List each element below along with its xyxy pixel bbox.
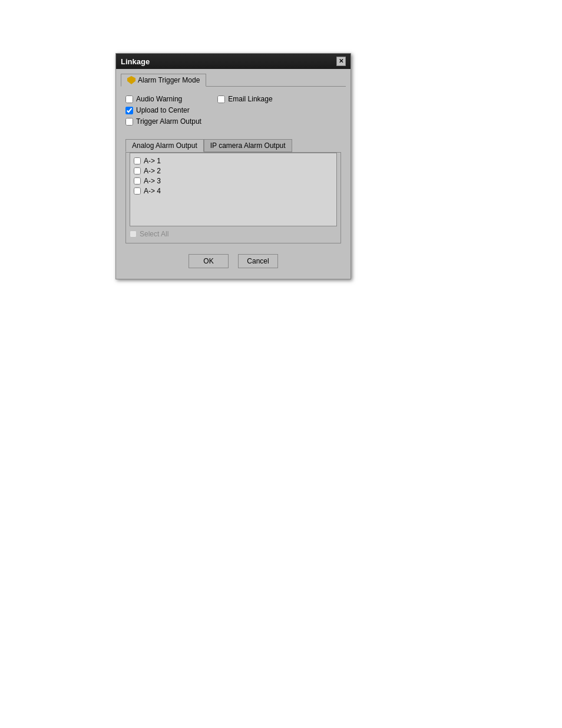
list-item-3-checkbox[interactable] bbox=[134, 177, 141, 185]
list-item-3-label: A-> 3 bbox=[144, 177, 161, 185]
list-item-2-checkbox[interactable] bbox=[134, 167, 141, 174]
trigger-alarm-label: Trigger Alarm Output bbox=[136, 117, 201, 126]
alarm-output-groupbox: A-> 1 A-> 2 A-> 3 A-> 4 bbox=[125, 152, 341, 243]
alarm-output-group: Analog Alarm Output IP camera Alarm Outp… bbox=[125, 139, 341, 243]
trigger-alarm-row: Trigger Alarm Output bbox=[125, 117, 341, 126]
select-all-label: Select All bbox=[140, 230, 168, 238]
tab-ip-camera-alarm-output[interactable]: IP camera Alarm Output bbox=[204, 139, 292, 152]
tab-analog-alarm-output-label: Analog Alarm Output bbox=[132, 141, 197, 150]
list-item-1-label: A-> 1 bbox=[144, 157, 161, 165]
tab-alarm-trigger-mode[interactable]: Alarm Trigger Mode bbox=[121, 74, 206, 87]
dialog-overlay: Linkage ✕ Alarm Trigger Mode Audio Warni… bbox=[115, 53, 351, 279]
list-item: A-> 4 bbox=[134, 187, 333, 195]
select-all-row: Select All bbox=[130, 230, 337, 238]
upload-to-center-label: Upload to Center bbox=[136, 106, 190, 114]
upload-to-center-checkbox[interactable] bbox=[125, 107, 133, 114]
email-linkage-row: Email Linkage bbox=[217, 95, 272, 103]
cancel-button[interactable]: Cancel bbox=[238, 254, 278, 268]
alarm-output-listbox[interactable]: A-> 1 A-> 2 A-> 3 A-> 4 bbox=[130, 153, 337, 226]
tab-analog-alarm-output[interactable]: Analog Alarm Output bbox=[125, 139, 204, 152]
sub-tabs: Analog Alarm Output IP camera Alarm Outp… bbox=[125, 139, 341, 152]
ok-button[interactable]: OK bbox=[189, 254, 229, 268]
list-item: A-> 2 bbox=[134, 167, 333, 175]
audio-warning-checkbox[interactable] bbox=[125, 95, 133, 103]
linkage-dialog: Linkage ✕ Alarm Trigger Mode Audio Warni… bbox=[115, 53, 351, 279]
dialog-titlebar: Linkage ✕ bbox=[116, 54, 351, 69]
upload-to-center-row: Upload to Center bbox=[125, 106, 341, 114]
list-item: A-> 1 bbox=[134, 157, 333, 165]
dialog-body: Alarm Trigger Mode Audio Warning Email L… bbox=[116, 69, 351, 279]
list-item: A-> 3 bbox=[134, 177, 333, 185]
trigger-alarm-checkbox[interactable] bbox=[125, 118, 133, 126]
close-button[interactable]: ✕ bbox=[336, 57, 346, 66]
tab-ip-camera-alarm-output-label: IP camera Alarm Output bbox=[210, 141, 286, 150]
shield-icon bbox=[127, 76, 135, 84]
dialog-footer: OK Cancel bbox=[121, 248, 346, 274]
top-checkboxes-row: Audio Warning Email Linkage bbox=[125, 95, 341, 106]
select-all-checkbox[interactable] bbox=[130, 230, 137, 238]
email-linkage-label: Email Linkage bbox=[228, 95, 272, 103]
list-item-4-checkbox[interactable] bbox=[134, 187, 141, 195]
audio-warning-row: Audio Warning bbox=[125, 95, 182, 103]
audio-warning-label: Audio Warning bbox=[136, 95, 182, 103]
list-item-1-checkbox[interactable] bbox=[134, 157, 141, 164]
tab-bar: Alarm Trigger Mode bbox=[121, 74, 346, 87]
list-item-4-label: A-> 4 bbox=[144, 187, 161, 195]
dialog-title: Linkage bbox=[121, 57, 150, 66]
tab-alarm-trigger-mode-label: Alarm Trigger Mode bbox=[138, 76, 200, 84]
email-linkage-checkbox[interactable] bbox=[217, 95, 225, 103]
options-area: Audio Warning Email Linkage Upload to Ce… bbox=[121, 93, 346, 133]
list-item-2-label: A-> 2 bbox=[144, 167, 161, 175]
